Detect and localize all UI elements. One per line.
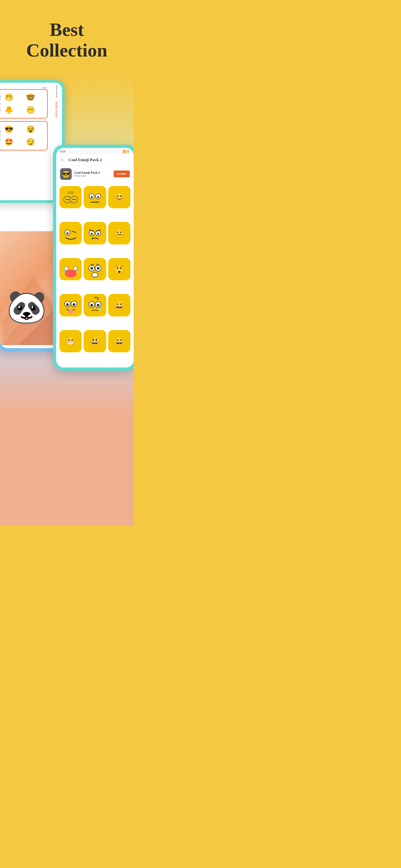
phone1-content: 8:59 Classic 3D emoji's 🤭 🤓 🐥 😶 3D Emoji bbox=[0, 83, 50, 200]
svg-point-34 bbox=[90, 267, 93, 270]
svg-point-42 bbox=[68, 309, 73, 314]
svg-point-30 bbox=[76, 269, 78, 273]
sidebar-script: Sticker Packs bbox=[55, 101, 58, 118]
svg-point-29 bbox=[63, 269, 65, 273]
emoji-sticker-neutral[interactable]: 😐 bbox=[108, 222, 130, 244]
emoji-sticker-tongue[interactable] bbox=[59, 294, 82, 316]
svg-text:ZZZ: ZZZ bbox=[67, 191, 73, 194]
emoji-sticker-big-smile[interactable]: 😀 bbox=[108, 294, 130, 316]
emoji-sticker-smiley[interactable]: 😃 bbox=[84, 330, 106, 352]
back-arrow-icon[interactable]: ← bbox=[60, 157, 65, 163]
svg-rect-8 bbox=[85, 187, 104, 207]
svg-point-41 bbox=[73, 303, 75, 306]
emoji-grid: ZZZ bbox=[56, 183, 134, 368]
svg-point-46 bbox=[90, 304, 93, 306]
svg-rect-14 bbox=[61, 223, 81, 243]
wink-emoji-svg bbox=[61, 223, 81, 243]
svg-point-21 bbox=[91, 233, 93, 235]
sidebar-label: Sticker Packs bbox=[55, 85, 58, 97]
emoji-sticker-laughing-tears[interactable] bbox=[59, 258, 82, 280]
svg-point-36 bbox=[92, 273, 98, 277]
sticker-pack-2[interactable]: 3D Emoji 😎 😵 🤩 😏 bbox=[0, 121, 48, 151]
emoji-cell: 🤩 bbox=[3, 136, 14, 148]
app-developer: Droid Labs bbox=[74, 175, 111, 177]
emoji-sticker-expressionless[interactable] bbox=[84, 186, 106, 208]
emoji-sticker-sleeping[interactable]: ZZZ bbox=[59, 186, 82, 208]
emoji-cell: 😎 bbox=[3, 124, 14, 135]
phone3-header: ← Cool Emoji Pack 2 bbox=[56, 154, 134, 166]
svg-point-22 bbox=[97, 233, 99, 235]
phone3-status-bar: 8:59 📶🔋 bbox=[56, 148, 134, 154]
emoji-sticker-angry[interactable] bbox=[84, 222, 106, 244]
shocked-emoji-svg bbox=[85, 259, 104, 279]
worried-emoji-svg bbox=[85, 296, 104, 315]
app-icon-svg: 😎 bbox=[60, 168, 72, 180]
pack1-label: Classic 3D emoji's bbox=[0, 94, 1, 113]
app-icon: 😎 bbox=[60, 168, 72, 180]
emoji-sticker-open-mouth[interactable]: 😄 bbox=[108, 330, 130, 352]
emoji-cell: 🤓 bbox=[25, 92, 36, 103]
emoji-sticker-wink[interactable] bbox=[59, 222, 82, 244]
svg-point-40 bbox=[66, 303, 69, 306]
tongue-emoji-svg bbox=[61, 296, 81, 315]
svg-point-16 bbox=[66, 232, 68, 234]
app-name-title: Cool Emoji Pack 2 bbox=[74, 171, 111, 175]
panda-sticker: 🐼 bbox=[6, 288, 47, 326]
sticker-pack-1[interactable]: Classic 3D emoji's 🤭 🤓 🐥 😶 bbox=[0, 89, 48, 119]
emoji-cell: 😵 bbox=[25, 124, 36, 135]
phone3-time: 8:59 bbox=[60, 150, 65, 153]
emoji-sticker-surprised2[interactable]: 😲 bbox=[108, 258, 130, 280]
hero-title: Best Collection bbox=[6, 20, 127, 61]
emoji-cell: 😶 bbox=[25, 104, 36, 116]
app-name-section: Cool Emoji Pack 2 Droid Labs bbox=[74, 171, 111, 177]
download-button[interactable]: DOWNL bbox=[114, 170, 130, 177]
svg-point-47 bbox=[97, 304, 99, 306]
app-info-bar: 😎 Cool Emoji Pack 2 Droid Labs DOWNL bbox=[56, 166, 134, 183]
svg-text:😎: 😎 bbox=[62, 170, 70, 178]
hero-title-line1: Best bbox=[50, 19, 84, 40]
svg-point-11 bbox=[91, 196, 93, 198]
laugh-cry-emoji-svg bbox=[61, 259, 81, 279]
hero-title-line2: Collection bbox=[26, 40, 107, 61]
svg-rect-2 bbox=[61, 187, 81, 207]
svg-rect-18 bbox=[85, 223, 104, 243]
angry-emoji-svg bbox=[85, 223, 104, 243]
phone-emoji-pack: 8:59 📶🔋 ← Cool Emoji Pack 2 😎 Cool Emoji… bbox=[53, 145, 134, 371]
svg-rect-43 bbox=[85, 296, 104, 315]
phone3-status-icons: 📶🔋 bbox=[123, 150, 130, 153]
emoji-sticker-worried[interactable] bbox=[84, 294, 106, 316]
sleeping-emoji-svg: ZZZ bbox=[61, 187, 81, 207]
phone1-time: 8:59 bbox=[0, 85, 48, 89]
svg-point-35 bbox=[97, 267, 99, 270]
phone3-inner: 8:59 📶🔋 ← Cool Emoji Pack 2 😎 Cool Emoji… bbox=[56, 148, 134, 368]
pack1-emoji-grid: 🤭 🤓 🐥 😶 bbox=[3, 92, 45, 116]
phone3-screen-title: Cool Emoji Pack 2 bbox=[68, 157, 130, 162]
emoji-sticker-shocked[interactable] bbox=[84, 258, 106, 280]
emoji-sticker-happy[interactable]: 😊 bbox=[108, 186, 130, 208]
emoji-sticker-grin[interactable]: 😁 bbox=[59, 330, 82, 352]
pack2-emoji-grid: 😎 😵 🤩 😏 bbox=[3, 124, 45, 148]
emoji-cell: 🐥 bbox=[3, 104, 14, 116]
phones-container: 8:59 Classic 3D emoji's 🤭 🤓 🐥 😶 3D Emoji bbox=[0, 73, 134, 526]
hero-section: Best Collection bbox=[0, 0, 134, 73]
svg-point-48 bbox=[99, 308, 101, 310]
pack2-label: 3D Emoji bbox=[0, 130, 1, 141]
emoji-cell: 🤭 bbox=[3, 92, 14, 103]
expressionless-emoji-svg bbox=[85, 187, 104, 207]
svg-point-12 bbox=[97, 196, 99, 198]
svg-point-26 bbox=[65, 270, 76, 277]
emoji-cell: 😏 bbox=[25, 136, 36, 148]
